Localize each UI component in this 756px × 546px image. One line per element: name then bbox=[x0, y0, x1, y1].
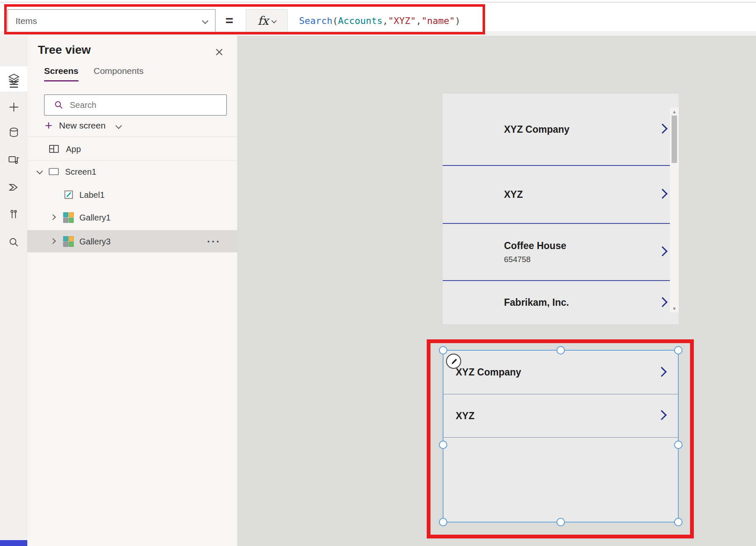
gallery-item-title: XYZ bbox=[504, 189, 679, 200]
scroll-down-icon[interactable]: ▾ bbox=[670, 305, 679, 312]
chevron-down-icon bbox=[271, 18, 277, 24]
gallery-item[interactable]: XYZ bbox=[443, 166, 679, 224]
resize-handle-bottom-left[interactable] bbox=[439, 518, 447, 526]
chevron-right-icon[interactable] bbox=[50, 214, 56, 220]
gallery-item-title: XYZ Company bbox=[504, 124, 679, 135]
power-automate-rail-button[interactable] bbox=[0, 177, 27, 197]
tree-search-box[interactable] bbox=[44, 94, 227, 116]
gallery-item[interactable]: XYZ Company bbox=[443, 94, 679, 166]
gallery-item[interactable]: XYZ bbox=[444, 394, 678, 438]
scroll-up-icon[interactable]: ▴ bbox=[670, 108, 679, 115]
label-control-icon bbox=[63, 189, 74, 200]
plus-icon bbox=[8, 101, 20, 113]
search-icon bbox=[8, 236, 20, 248]
resize-handle-bottom-right[interactable] bbox=[674, 518, 682, 526]
resize-handle-middle-right[interactable] bbox=[674, 441, 682, 449]
gallery-item-title: Fabrikam, Inc. bbox=[504, 297, 679, 308]
resize-handle-top-left[interactable] bbox=[439, 346, 447, 354]
chevron-right-icon[interactable] bbox=[656, 367, 667, 377]
gallery-item-subtitle: 654758 bbox=[504, 255, 679, 264]
formula-bar-divider bbox=[0, 32, 756, 36]
resize-handle-top-right[interactable] bbox=[674, 346, 682, 354]
gallery-item-title: XYZ bbox=[456, 410, 475, 422]
gallery-item-title: XYZ Company bbox=[456, 367, 521, 378]
media-rail-button[interactable] bbox=[0, 150, 27, 170]
more-options-button[interactable]: ··· bbox=[207, 236, 221, 247]
database-icon bbox=[8, 126, 20, 138]
formula-token: Accounts bbox=[338, 16, 383, 26]
panel-tabs: Screens Components bbox=[44, 66, 144, 81]
fx-button[interactable]: fx bbox=[246, 9, 288, 32]
advanced-tools-rail-button[interactable] bbox=[0, 205, 27, 225]
tree-item-app[interactable]: App bbox=[27, 138, 238, 160]
edit-pencil-badge[interactable] bbox=[446, 354, 461, 369]
layers-icon bbox=[8, 73, 20, 85]
formula-token: ) bbox=[455, 16, 460, 26]
property-dropdown-value: Items bbox=[16, 16, 37, 26]
gallery-item[interactable]: Fabrikam, Inc. bbox=[443, 281, 679, 324]
scrollbar-thumb[interactable] bbox=[672, 116, 677, 163]
formula-token: , bbox=[416, 16, 421, 26]
tree-item-label: Label1 bbox=[79, 190, 105, 200]
media-icon bbox=[8, 154, 20, 166]
power-apps-studio: Items = fx Search(Accounts,"XYZ","name") bbox=[0, 0, 756, 546]
formula-token: , bbox=[383, 16, 388, 26]
search-input[interactable] bbox=[70, 100, 208, 110]
tree-item-label: Gallery1 bbox=[79, 213, 110, 223]
formula-token: ( bbox=[332, 16, 338, 26]
formula-token: "name" bbox=[421, 16, 454, 26]
fx-icon: fx bbox=[257, 14, 268, 28]
rail-bottom-accent bbox=[0, 540, 27, 546]
equals-sign: = bbox=[220, 9, 239, 32]
tab-components[interactable]: Components bbox=[94, 66, 144, 81]
chevron-down-icon[interactable] bbox=[37, 168, 43, 175]
gallery-item-title: Coffee House bbox=[504, 240, 679, 252]
chevron-down-icon bbox=[202, 18, 209, 24]
chevron-down-icon bbox=[116, 122, 122, 129]
new-screen-label: New screen bbox=[59, 121, 106, 131]
gallery-control-icon bbox=[63, 212, 74, 223]
resize-handle-middle-left[interactable] bbox=[439, 441, 447, 449]
plus-icon: + bbox=[45, 119, 52, 132]
formula-token: Search bbox=[299, 16, 332, 26]
gallery3-selected[interactable]: XYZ Company XYZ bbox=[443, 350, 679, 522]
property-dropdown[interactable]: Items bbox=[8, 9, 215, 32]
tab-screens[interactable]: Screens bbox=[44, 66, 79, 81]
left-navigation-rail bbox=[0, 36, 27, 546]
chevron-right-icon[interactable] bbox=[50, 238, 56, 244]
insert-rail-button[interactable] bbox=[0, 97, 27, 117]
gallery-control-icon bbox=[63, 236, 74, 247]
tree-view-rail-button[interactable] bbox=[0, 69, 27, 89]
search-rail-button[interactable] bbox=[0, 232, 27, 252]
gallery-item[interactable]: XYZ Company bbox=[444, 351, 678, 394]
resize-handle-bottom-middle[interactable] bbox=[556, 518, 565, 526]
data-rail-button[interactable] bbox=[0, 122, 27, 142]
panel-title: Tree view bbox=[38, 43, 91, 57]
gallery-scrollbar[interactable]: ▴ ▾ bbox=[670, 108, 679, 312]
resize-handle-top-middle[interactable] bbox=[556, 346, 565, 354]
gallery1-preview[interactable]: XYZ Company XYZ Coffee House 654758 Fabr… bbox=[443, 94, 679, 324]
close-panel-button[interactable] bbox=[212, 45, 226, 59]
pencil-icon bbox=[449, 357, 458, 365]
tree-item-label: Screen1 bbox=[65, 167, 97, 177]
formula-token: "XYZ" bbox=[388, 16, 416, 26]
gallery-item[interactable]: Coffee House 654758 bbox=[443, 224, 679, 281]
chevron-right-icon[interactable] bbox=[656, 410, 667, 420]
screen-icon bbox=[48, 167, 60, 176]
tree-item-screen1[interactable]: Screen1 bbox=[27, 160, 238, 183]
power-automate-icon bbox=[8, 181, 20, 194]
divider bbox=[27, 136, 238, 137]
tree-view-panel: Tree view Screens Components + New scree… bbox=[27, 36, 238, 546]
tree-item-gallery3[interactable]: Gallery3 ··· bbox=[27, 230, 238, 252]
tree-item-label: App bbox=[66, 144, 81, 154]
tree-item-gallery1[interactable]: Gallery1 bbox=[27, 206, 238, 229]
app-icon bbox=[48, 144, 60, 154]
new-screen-button[interactable]: + New screen bbox=[45, 118, 121, 133]
tools-icon bbox=[8, 209, 20, 220]
close-icon bbox=[215, 47, 224, 57]
tree-item-label: Gallery3 bbox=[79, 236, 110, 246]
formula-bar: Items = fx Search(Accounts,"XYZ","name") bbox=[0, 3, 756, 32]
formula-input[interactable]: Search(Accounts,"XYZ","name") bbox=[288, 9, 756, 32]
search-icon bbox=[54, 100, 64, 110]
tree-item-label1[interactable]: Label1 bbox=[27, 184, 238, 206]
